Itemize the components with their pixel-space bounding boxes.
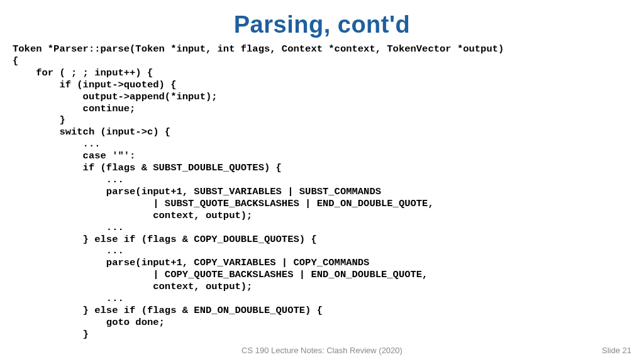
footer-right-text: Slide 21 [602, 346, 631, 355]
slide: Parsing, cont'd Token *Parser::parse(Tok… [0, 0, 644, 362]
code-block: Token *Parser::parse(Token *input, int f… [13, 43, 631, 341]
footer-center-text: CS 190 Lecture Notes: Clash Review (2020… [0, 346, 644, 355]
slide-title: Parsing, cont'd [13, 11, 631, 38]
slide-footer: CS 190 Lecture Notes: Clash Review (2020… [0, 346, 644, 358]
